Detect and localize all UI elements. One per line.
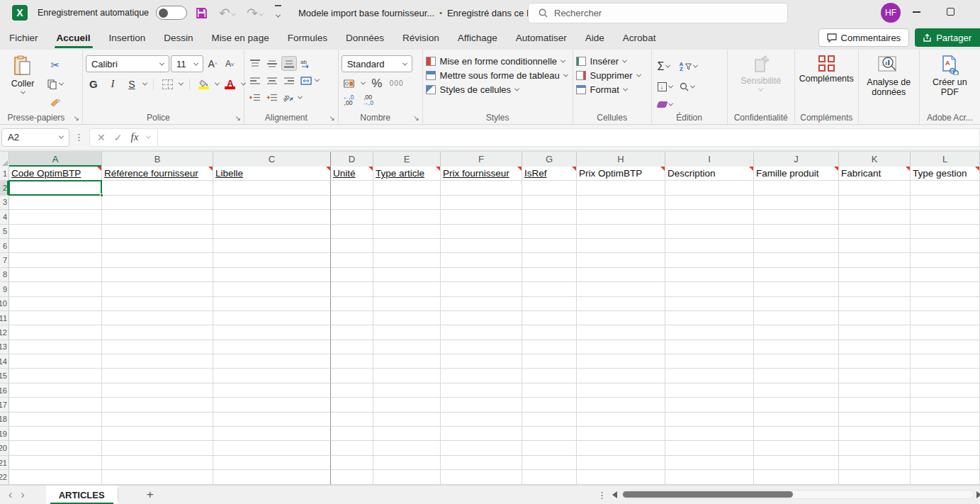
cell-I20[interactable] [665,441,754,455]
cell-B19[interactable] [102,427,213,441]
select-all-corner[interactable] [0,152,9,167]
cell-F7[interactable] [441,253,522,267]
hscroll-right-arrow[interactable] [976,491,980,498]
cell-H20[interactable] [577,441,665,455]
cell-I9[interactable] [665,282,754,296]
column-header-H[interactable]: H [577,152,665,167]
align-center-button[interactable] [264,73,280,88]
cell-E20[interactable] [373,441,441,455]
cell-G17[interactable] [522,398,577,412]
insert-cells-button[interactable]: Insérer [576,56,641,67]
fill-button[interactable]: ↓ [658,82,672,91]
cell-K4[interactable] [839,210,911,224]
font-size-select[interactable]: 11 [171,55,203,72]
cell-H6[interactable] [577,239,665,253]
cell-B7[interactable] [102,253,213,267]
percent-button[interactable]: % [369,76,385,91]
cell-J19[interactable] [754,427,839,441]
cell-A22[interactable] [9,470,102,484]
cell-A19[interactable] [9,427,102,441]
cell-H3[interactable] [577,196,665,210]
cell-C14[interactable] [213,354,331,369]
cell-L10[interactable] [911,297,980,311]
decrease-decimal-button[interactable]: ,00 →,0 [362,94,373,106]
cell-D11[interactable] [331,311,373,325]
tab-scrollbar-splitter[interactable]: ⋮ [597,490,607,500]
cell-K10[interactable] [839,297,911,311]
cell-J4[interactable] [754,210,839,224]
maximize-button[interactable] [947,8,954,16]
row-header-19[interactable]: 19 [0,427,9,441]
cell-J11[interactable] [754,311,839,325]
cell-D19[interactable] [331,427,373,441]
cell-C4[interactable] [213,210,331,224]
cell-G2[interactable] [522,181,577,195]
column-header-C[interactable]: C [213,152,331,167]
cell-F1[interactable]: Prix fournisseur [441,167,522,181]
format-cells-button[interactable]: Format [576,84,641,95]
autosum-button[interactable]: Σ [658,60,672,73]
align-middle-button[interactable] [264,56,280,71]
cell-A3[interactable] [9,196,102,210]
sheet-tab-articles[interactable]: ARTICLES [46,486,118,504]
cell-B4[interactable] [102,210,213,224]
tab-revision[interactable]: Révision [393,26,449,50]
cell-H11[interactable] [577,311,665,325]
cell-A4[interactable] [9,210,102,224]
sheet-prev-button[interactable]: ‹ [0,488,21,501]
cell-C3[interactable] [213,196,331,210]
cell-A18[interactable] [9,413,102,427]
cell-H13[interactable] [577,340,665,354]
merge-chevron-icon[interactable] [315,77,320,82]
column-header-L[interactable]: L [911,152,980,167]
cell-A13[interactable] [9,340,102,354]
cell-H8[interactable] [577,268,665,282]
cell-E2[interactable] [373,181,441,195]
share-button[interactable]: Partager [915,28,980,47]
cell-F3[interactable] [441,196,522,210]
increase-indent-button[interactable] [264,90,280,105]
cell-B13[interactable] [102,340,213,354]
format-as-table-button[interactable]: Mettre sous forme de tableau [426,70,568,81]
cell-D18[interactable] [331,413,373,427]
cell-L14[interactable] [911,354,980,369]
cell-A5[interactable] [9,225,102,239]
cell-A15[interactable] [9,369,102,383]
cell-L4[interactable] [911,210,980,224]
cell-L17[interactable] [911,398,980,412]
document-title[interactable]: Modele import base fournisseur... • Enre… [298,8,548,18]
cell-F12[interactable] [441,325,522,340]
accounting-format-button[interactable] [342,76,357,91]
underline-button[interactable]: S [124,77,140,91]
tab-insertion[interactable]: Insertion [100,26,155,50]
borders-button[interactable] [160,77,176,91]
cell-H7[interactable] [577,253,665,267]
cut-button[interactable]: ✂ [47,57,64,72]
cell-J1[interactable]: Famille produit [754,167,839,181]
cell-I19[interactable] [665,427,754,441]
cell-D17[interactable] [331,398,373,412]
row-header-4[interactable]: 4 [0,210,9,224]
thousands-button[interactable]: 000 [389,76,405,91]
cell-F19[interactable] [441,427,522,441]
cell-H9[interactable] [577,282,665,296]
cell-B9[interactable] [102,282,213,296]
alignment-dialog-launcher[interactable]: ↘ [329,114,334,122]
tab-dessin[interactable]: Dessin [154,26,202,50]
cell-F8[interactable] [441,268,522,282]
cell-B5[interactable] [102,225,213,239]
cell-F14[interactable] [441,354,522,369]
row-header-5[interactable]: 5 [0,225,9,239]
cell-D15[interactable] [331,369,373,383]
accounting-chevron-icon[interactable] [361,80,366,85]
paste-chevron-icon[interactable] [20,89,25,94]
cell-K9[interactable] [839,282,911,296]
cell-F20[interactable] [441,441,522,455]
cell-L18[interactable] [911,413,980,427]
tab-aide[interactable]: Aide [576,26,614,50]
cell-F2[interactable] [441,181,522,195]
add-sheet-button[interactable]: + [118,488,182,502]
font-color-button[interactable]: A [223,77,238,91]
cell-E5[interactable] [373,225,441,239]
column-header-D[interactable]: D [331,152,373,167]
